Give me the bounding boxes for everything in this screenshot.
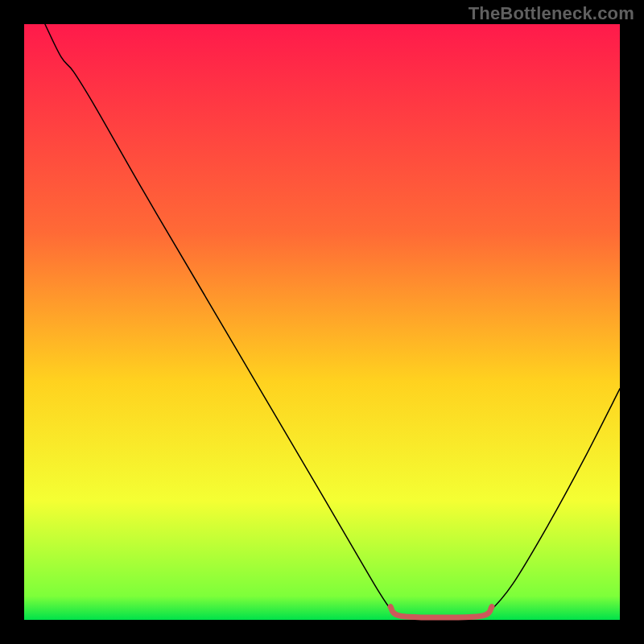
chart-frame: TheBottleneck.com [0, 0, 644, 644]
watermark-text: TheBottleneck.com [469, 3, 634, 24]
gradient-background [24, 24, 620, 620]
bottleneck-chart [0, 0, 644, 644]
